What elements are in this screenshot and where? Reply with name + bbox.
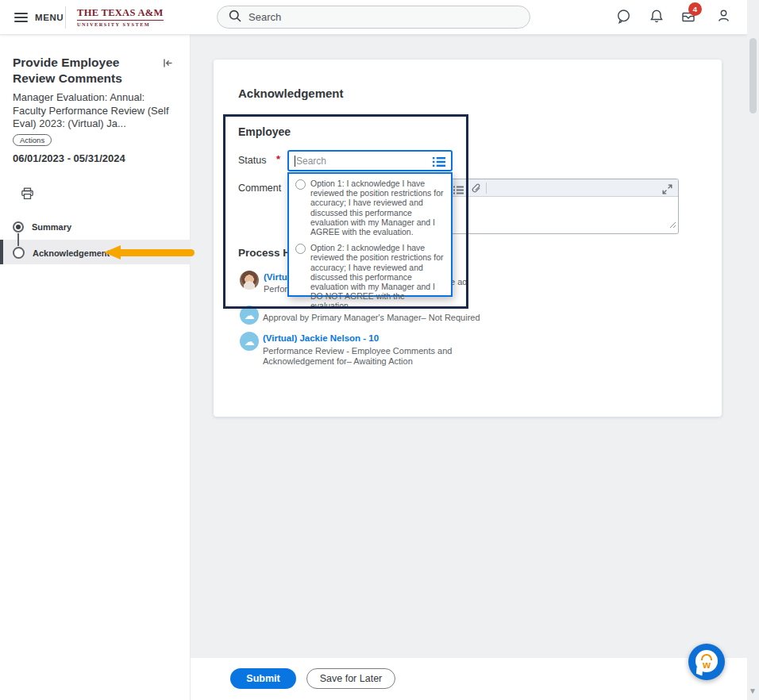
print-button[interactable] bbox=[21, 187, 34, 203]
bell-icon bbox=[649, 9, 664, 27]
submit-button[interactable]: Submit bbox=[230, 668, 296, 689]
status-option-2[interactable]: Option 2: I acknowledge I have reviewed … bbox=[295, 243, 445, 310]
text-caret bbox=[295, 156, 295, 167]
inbox-badge: 4 bbox=[688, 2, 702, 16]
review-subtitle: Manager Evaluation: Annual: Faculty Perf… bbox=[13, 91, 171, 131]
page-title: Provide Employee Review Comments bbox=[13, 55, 156, 87]
annotation-arrow-icon bbox=[104, 245, 195, 260]
search-icon bbox=[229, 10, 241, 25]
person-icon bbox=[717, 9, 730, 26]
comment-label: Comment bbox=[238, 183, 281, 194]
status-option-1-label: Option 1: I acknowledge I have reviewed … bbox=[310, 179, 445, 237]
ph-entry1-time: e ago bbox=[450, 274, 467, 285]
chat-icon bbox=[616, 9, 631, 27]
required-asterisk: * bbox=[276, 153, 280, 165]
expand-icon[interactable] bbox=[662, 183, 672, 198]
top-bar: MENU THE TEXAS A&M UNIVERSITY SYSTEM bbox=[0, 0, 747, 35]
status-option-1[interactable]: Option 1: I acknowledge I have reviewed … bbox=[295, 179, 445, 237]
ph-entry3-link[interactable]: (Virtual) Jackie Nelson - 10 bbox=[263, 333, 379, 343]
chat-button[interactable] bbox=[613, 7, 634, 28]
step-acknowledgement[interactable]: Acknowledgement bbox=[13, 247, 110, 259]
avatar bbox=[240, 271, 259, 290]
status-options-list: Option 1: I acknowledge I have reviewed … bbox=[287, 172, 453, 297]
radio-empty-icon[interactable] bbox=[295, 179, 306, 190]
search-input[interactable] bbox=[249, 11, 503, 23]
review-period: 06/01/2023 - 05/31/2024 bbox=[13, 152, 125, 164]
paperclip-icon[interactable] bbox=[471, 183, 482, 198]
global-search[interactable] bbox=[217, 6, 530, 29]
brand-logo[interactable]: THE TEXAS A&M UNIVERSITY SYSTEM bbox=[77, 8, 164, 27]
cloud-icon: ☁ bbox=[240, 306, 259, 325]
status-option-2-label: Option 2: I acknowledge I have reviewed … bbox=[310, 243, 445, 310]
collapse-panel-button[interactable] bbox=[163, 57, 173, 71]
status-search-input[interactable] bbox=[296, 156, 423, 167]
radio-empty-icon bbox=[13, 247, 25, 259]
collapse-icon bbox=[163, 57, 173, 71]
actions-button[interactable]: Actions bbox=[13, 134, 52, 146]
ph-entry2-text: Approval by Primary Manager's Manager– N… bbox=[263, 313, 525, 323]
printer-icon bbox=[21, 189, 34, 202]
workday-app: MENU THE TEXAS A&M UNIVERSITY SYSTEM bbox=[0, 0, 759, 700]
scrollbar-thumb[interactable] bbox=[749, 38, 757, 113]
assistant-button[interactable]: w bbox=[688, 644, 725, 680]
topbar-divider bbox=[65, 6, 66, 29]
bullet-list-icon[interactable] bbox=[453, 183, 464, 198]
resize-handle[interactable] bbox=[669, 217, 676, 232]
brand-line1: THE TEXAS A&M bbox=[77, 8, 164, 18]
acknowledgement-heading: Acknowledgement bbox=[238, 87, 344, 100]
save-for-later-button[interactable]: Save for Later bbox=[306, 668, 395, 689]
radio-filled-icon bbox=[13, 221, 24, 233]
status-search-field[interactable] bbox=[287, 150, 453, 171]
status-label: Status bbox=[238, 155, 266, 166]
prompt-list-icon[interactable] bbox=[433, 156, 445, 171]
step-summary-label: Summary bbox=[32, 222, 71, 232]
menu-button[interactable] bbox=[14, 13, 28, 22]
cloud-icon: ☁ bbox=[240, 332, 259, 351]
step-summary[interactable]: Summary bbox=[13, 221, 71, 233]
page-scrollbar[interactable]: ▼ bbox=[747, 0, 759, 700]
radio-empty-icon[interactable] bbox=[295, 244, 306, 254]
ph-entry3-desc: Performance Review - Employee Comments a… bbox=[263, 346, 463, 367]
brand-line2: UNIVERSITY SYSTEM bbox=[77, 20, 164, 27]
menu-label[interactable]: MENU bbox=[35, 13, 64, 22]
notifications-button[interactable] bbox=[646, 7, 667, 28]
active-step-bar bbox=[0, 240, 3, 264]
employee-section-heading: Employee bbox=[238, 125, 291, 138]
scroll-down-arrow-icon[interactable]: ▼ bbox=[749, 687, 757, 695]
step-acknowledgement-label: Acknowledgement bbox=[33, 248, 110, 258]
step-connector bbox=[17, 233, 19, 246]
profile-button[interactable] bbox=[713, 7, 734, 28]
